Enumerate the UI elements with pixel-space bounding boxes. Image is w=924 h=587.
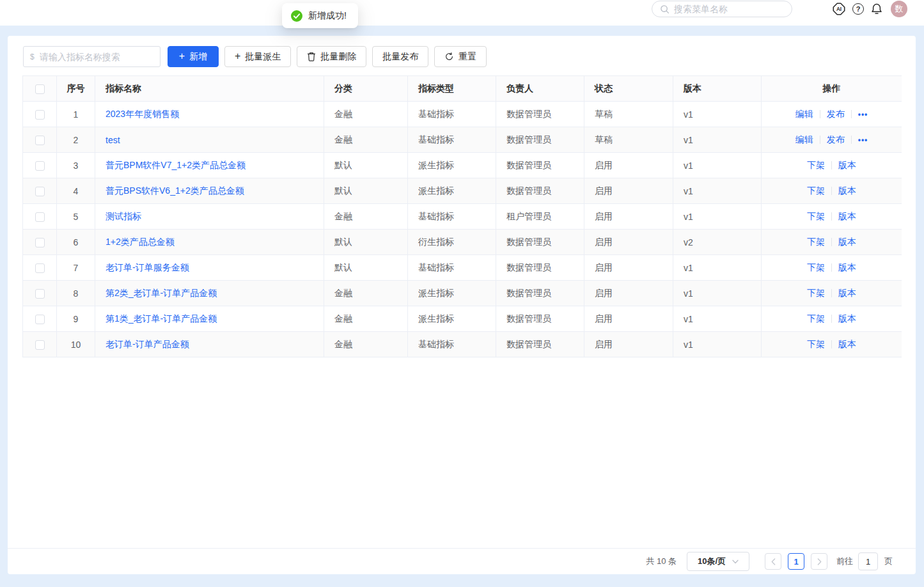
select-all-cell	[23, 76, 57, 102]
row-checkbox[interactable]	[35, 187, 45, 196]
more-actions-button[interactable]: •••	[858, 136, 868, 145]
table-row: 10老订单-订单产品金额金融基础指标数据管理员启用v1下架版本	[23, 332, 902, 357]
version-action-link[interactable]: 版本	[838, 339, 856, 350]
actions-cell: 下架版本	[762, 332, 902, 357]
row-number: 10	[57, 332, 95, 357]
action-divider	[831, 161, 832, 169]
select-all-checkbox[interactable]	[35, 84, 45, 94]
offline-action-link[interactable]: 下架	[807, 288, 825, 299]
category-cell: 金融	[324, 332, 408, 357]
add-button[interactable]: + 新增	[168, 46, 219, 67]
action-divider	[831, 212, 832, 221]
prev-page-button[interactable]	[765, 553, 781, 570]
offline-action-link[interactable]: 下架	[807, 211, 825, 223]
help-icon[interactable]: ?	[852, 3, 864, 15]
ai-assistant-icon[interactable]: AI	[832, 2, 846, 16]
menu-search-box[interactable]	[652, 1, 792, 17]
indicator-list-card: $ + 新增 + 批量派生 批量删除 批量发布 重置	[8, 36, 916, 574]
indicator-name-link[interactable]: 普元BPM软件V7_1+2类产品总金额	[106, 160, 246, 170]
plus-icon: +	[179, 51, 185, 61]
indicator-name-cell: 第1类_老订单-订单产品金额	[95, 306, 324, 332]
indicator-name-link[interactable]: 老订单-订单服务金额	[106, 262, 189, 272]
row-checkbox[interactable]	[35, 161, 45, 171]
offline-action-link[interactable]: 下架	[807, 160, 825, 171]
row-checkbox[interactable]	[35, 212, 45, 222]
indicator-type-cell: 基础指标	[408, 127, 496, 153]
menu-search-input[interactable]	[674, 4, 784, 14]
batch-publish-button[interactable]: 批量发布	[372, 46, 428, 67]
version-action-link[interactable]: 版本	[838, 288, 856, 299]
version-action-link[interactable]: 版本	[838, 185, 856, 197]
version-action-link[interactable]: 版本	[838, 211, 856, 223]
row-select-cell	[23, 102, 57, 127]
action-divider	[851, 136, 852, 144]
toolbar: $ + 新增 + 批量派生 批量删除 批量发布 重置	[8, 36, 916, 67]
indicator-name-link[interactable]: 第1类_老订单-订单产品金额	[106, 313, 217, 324]
row-checkbox[interactable]	[35, 340, 45, 350]
version-action-link[interactable]: 版本	[838, 313, 856, 325]
row-select-cell	[23, 332, 57, 357]
row-checkbox[interactable]	[35, 315, 45, 324]
version-action-link[interactable]: 版本	[838, 262, 856, 274]
current-page-button[interactable]: 1	[788, 553, 804, 570]
indicator-type-cell: 基础指标	[408, 102, 496, 127]
indicator-name-link[interactable]: 1+2类产品总金额	[106, 237, 175, 247]
indicator-search-box[interactable]: $	[23, 46, 161, 67]
row-checkbox[interactable]	[35, 263, 45, 273]
indicator-name-cell: 测试指标	[95, 204, 324, 230]
row-select-cell	[23, 306, 57, 332]
edit-action-link[interactable]: 编辑	[795, 134, 813, 146]
edit-action-link[interactable]: 编辑	[795, 109, 813, 120]
trash-icon	[307, 52, 316, 61]
batch-derive-button[interactable]: + 批量派生	[224, 46, 291, 67]
reset-button[interactable]: 重置	[434, 46, 487, 67]
batch-derive-label: 批量派生	[245, 51, 281, 63]
indicator-name-link[interactable]: 测试指标	[106, 211, 141, 221]
goto-page-input[interactable]	[858, 552, 878, 570]
version-action-link[interactable]: 版本	[838, 237, 856, 248]
indicator-name-link[interactable]: 普元BPS软件V6_1+2类产品总金额	[106, 185, 244, 196]
offline-action-link[interactable]: 下架	[807, 339, 825, 350]
offline-action-link[interactable]: 下架	[807, 237, 825, 248]
row-select-cell	[23, 178, 57, 204]
publish-action-link[interactable]: 发布	[827, 134, 845, 146]
indicator-name-link[interactable]: test	[106, 135, 120, 145]
offline-action-link[interactable]: 下架	[807, 313, 825, 325]
indicator-type-cell: 派生指标	[408, 281, 496, 306]
status-cell: 启用	[584, 306, 673, 332]
row-checkbox[interactable]	[35, 136, 45, 145]
refresh-icon	[444, 52, 454, 61]
page-size-select[interactable]: 10条/页	[687, 552, 749, 571]
offline-action-link[interactable]: 下架	[807, 185, 825, 197]
row-number: 4	[57, 178, 95, 204]
category-cell: 默认	[324, 230, 408, 255]
action-divider	[831, 315, 832, 323]
notification-bell-icon[interactable]	[870, 3, 883, 15]
row-select-cell	[23, 230, 57, 255]
version-action-link[interactable]: 版本	[838, 160, 856, 171]
indicator-name-link[interactable]: 老订单-订单产品金额	[106, 339, 189, 349]
chevron-right-icon	[817, 558, 822, 565]
more-actions-button[interactable]: •••	[858, 110, 868, 119]
row-checkbox[interactable]	[35, 110, 45, 120]
category-cell: 金融	[324, 127, 408, 153]
version-cell: v2	[673, 230, 762, 255]
row-checkbox[interactable]	[35, 238, 45, 247]
indicator-type-cell: 派生指标	[408, 153, 496, 178]
indicator-name-link[interactable]: 第2类_老订单-订单产品金额	[106, 288, 217, 298]
batch-delete-button[interactable]: 批量删除	[297, 46, 366, 67]
user-avatar[interactable]: 数	[891, 1, 907, 17]
table-row: 8第2类_老订单-订单产品金额金融派生指标数据管理员启用v1下架版本	[23, 281, 902, 306]
offline-action-link[interactable]: 下架	[807, 262, 825, 274]
row-checkbox[interactable]	[35, 289, 45, 299]
category-cell: 金融	[324, 204, 408, 230]
action-divider	[831, 340, 832, 348]
indicator-name-link[interactable]: 2023年年度销售额	[106, 109, 179, 119]
indicator-search-input[interactable]	[40, 52, 153, 62]
batch-delete-label: 批量删除	[320, 51, 356, 63]
next-page-button[interactable]	[811, 553, 827, 570]
category-cell: 默认	[324, 255, 408, 281]
publish-action-link[interactable]: 发布	[827, 109, 845, 120]
category-cell: 金融	[324, 306, 408, 332]
row-number: 7	[57, 255, 95, 281]
